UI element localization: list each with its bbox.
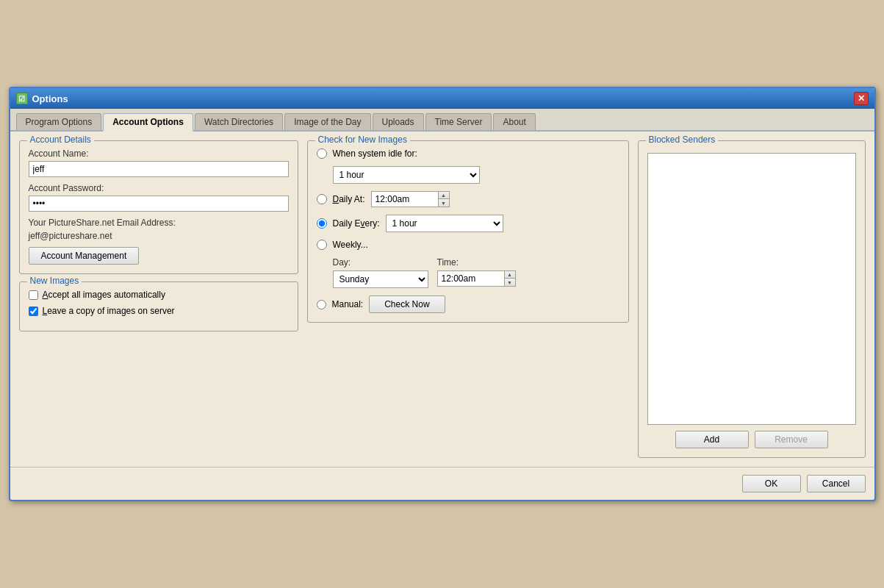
options-window: ☑ Options ✕ Program Options Account Opti… xyxy=(9,87,876,501)
remove-sender-button[interactable]: Remove xyxy=(755,431,828,448)
cancel-button[interactable]: Cancel xyxy=(807,475,866,492)
account-details-group: Account Details Account Name: Account Pa… xyxy=(19,140,298,274)
manual-radio[interactable] xyxy=(317,300,326,309)
blocked-senders-group: Blocked Senders Add Remove xyxy=(638,140,866,458)
account-name-label: Account Name: xyxy=(29,148,289,159)
time-col: Time: ▲ ▼ xyxy=(437,257,516,288)
daily-every-radio[interactable] xyxy=(317,218,327,229)
account-name-row: Account Name: xyxy=(29,148,289,177)
middle-panel: Check for New Images When system idle fo… xyxy=(307,140,629,458)
main-content: Account Details Account Name: Account Pa… xyxy=(10,132,874,467)
account-management-button[interactable]: Account Management xyxy=(29,247,140,265)
daily-at-up-btn[interactable]: ▲ xyxy=(439,192,449,199)
right-panel: Blocked Senders Add Remove xyxy=(638,140,866,458)
weekly-label: Weekly... xyxy=(333,240,368,250)
daily-every-select[interactable]: 1 hour 2 hours 4 hours 8 hours xyxy=(386,215,503,232)
leave-copy-label: Leave a copy of images on server xyxy=(43,306,175,316)
window-icon: ☑ xyxy=(16,93,28,104)
check-new-images-title: Check for New Images xyxy=(315,135,410,145)
tab-about[interactable]: About xyxy=(493,113,535,130)
weekly-time-up-btn[interactable]: ▲ xyxy=(505,271,515,279)
account-password-row: Account Password: xyxy=(29,183,289,212)
new-images-title: New Images xyxy=(27,276,82,286)
check-now-button[interactable]: Check Now xyxy=(369,295,445,313)
weekly-time-input[interactable] xyxy=(438,271,504,286)
account-password-label: Account Password: xyxy=(29,183,289,193)
tabs-bar: Program Options Account Options Watch Di… xyxy=(10,109,874,132)
close-button[interactable]: ✕ xyxy=(854,92,869,105)
leave-copy-row[interactable]: Leave a copy of images on server xyxy=(29,306,289,316)
when-idle-label: When system idle for: xyxy=(333,148,417,159)
time-label: Time: xyxy=(437,257,516,268)
tab-program-options[interactable]: Program Options xyxy=(16,113,102,130)
blocked-senders-buttons: Add Remove xyxy=(647,431,856,448)
day-select[interactable]: Sunday Monday Tuesday Wednesday Thursday… xyxy=(333,270,428,288)
daily-at-radio[interactable] xyxy=(317,194,327,204)
weekly-radio[interactable] xyxy=(317,240,327,250)
idle-time-select[interactable]: 1 hour 2 hours 4 hours 8 hours xyxy=(333,166,480,184)
daily-at-spinbox: ▲ ▼ xyxy=(371,191,450,207)
account-password-input[interactable] xyxy=(29,196,289,212)
daily-at-row: Daily At: ▲ ▼ xyxy=(317,191,619,207)
day-col: Day: Sunday Monday Tuesday Wednesday Thu… xyxy=(333,257,428,288)
bottom-bar: OK Cancel xyxy=(10,467,874,500)
daily-every-label: Daily Every: xyxy=(333,218,380,229)
daily-at-spinbox-btns: ▲ ▼ xyxy=(438,192,449,207)
weekly-details: Day: Sunday Monday Tuesday Wednesday Thu… xyxy=(333,257,619,288)
email-value: jeff@pictureshare.net xyxy=(29,231,289,241)
daily-at-down-btn[interactable]: ▼ xyxy=(439,199,449,207)
tab-watch-directories[interactable]: Watch Directories xyxy=(195,113,283,130)
title-bar: ☑ Options ✕ xyxy=(10,88,874,109)
tab-uploads[interactable]: Uploads xyxy=(373,113,424,130)
daily-at-label: Daily At: xyxy=(333,194,365,204)
weekly-time-down-btn[interactable]: ▼ xyxy=(505,279,515,286)
tab-time-server[interactable]: Time Server xyxy=(425,113,492,130)
window-title: Options xyxy=(32,93,68,104)
when-idle-radio[interactable] xyxy=(317,148,327,159)
day-label: Day: xyxy=(333,257,428,268)
left-panel: Account Details Account Name: Account Pa… xyxy=(19,140,298,458)
title-bar-left: ☑ Options xyxy=(16,93,68,104)
new-images-group: New Images Accept all images automatical… xyxy=(19,282,298,331)
accept-all-label: Accept all images automatically xyxy=(43,290,165,300)
account-details-title: Account Details xyxy=(27,135,94,145)
manual-label: Manual: xyxy=(332,299,364,309)
check-new-images-group: Check for New Images When system idle fo… xyxy=(307,140,629,323)
manual-row: Manual: Check Now xyxy=(317,295,619,313)
tab-image-of-day[interactable]: Image of the Day xyxy=(284,113,370,130)
weekly-row-header: Weekly... xyxy=(317,240,619,250)
weekly-time-spinbox: ▲ ▼ xyxy=(437,270,516,287)
blocked-senders-list[interactable] xyxy=(647,153,856,425)
leave-copy-checkbox[interactable] xyxy=(29,306,38,316)
ok-button[interactable]: OK xyxy=(742,475,801,492)
account-name-input[interactable] xyxy=(29,161,289,177)
when-idle-row: When system idle for: xyxy=(317,148,619,159)
accept-all-checkbox[interactable] xyxy=(29,290,38,300)
weekly-time-spinbox-btns: ▲ ▼ xyxy=(504,271,515,286)
accept-all-row[interactable]: Accept all images automatically xyxy=(29,290,289,300)
tab-account-options[interactable]: Account Options xyxy=(103,113,193,132)
blocked-senders-title: Blocked Senders xyxy=(646,135,719,145)
email-row: Your PictureShare.net Email Address: jef… xyxy=(29,218,289,241)
daily-at-input[interactable] xyxy=(372,192,438,207)
add-sender-button[interactable]: Add xyxy=(675,431,749,448)
daily-every-row: Daily Every: 1 hour 2 hours 4 hours 8 ho… xyxy=(317,215,619,232)
email-label: Your PictureShare.net Email Address: xyxy=(29,218,289,228)
